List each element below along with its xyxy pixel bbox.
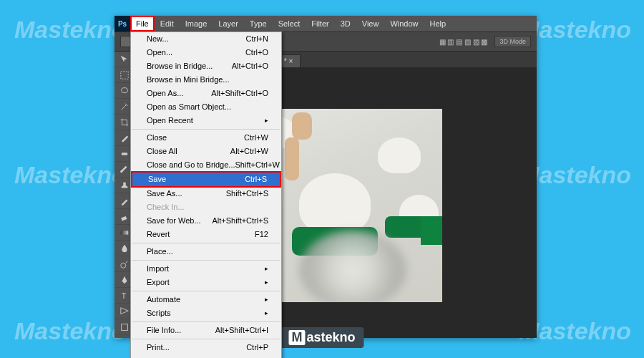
menu-item-close-and-go-to-bridge[interactable]: Close and Go to Bridge...Shift+Ctrl+W (131, 158, 281, 172)
menu-item-revert[interactable]: RevertF12 (131, 228, 281, 241)
menu-filter[interactable]: Filter (306, 16, 334, 32)
menu-item-save-as[interactable]: Save As...Shift+Ctrl+S (131, 187, 281, 200)
menu-image[interactable]: Image (180, 16, 213, 32)
menu-item-save[interactable]: SaveCtrl+S (132, 173, 280, 186)
menu-help[interactable]: Help (424, 16, 452, 32)
menu-item-automate[interactable]: Automate (131, 293, 281, 306)
menu-edit[interactable]: Edit (155, 16, 180, 32)
ps-logo-icon: Ps (114, 16, 130, 32)
menu-item-save-for-web[interactable]: Save for Web...Alt+Shift+Ctrl+S (131, 214, 281, 228)
menu-item-close-all[interactable]: Close AllAlt+Ctrl+W (131, 145, 281, 158)
photoshop-window: Ps File Edit Image Layer Type Select Fil… (114, 16, 537, 338)
svg-rect-7 (122, 324, 128, 330)
align-icons[interactable]: ▦ ▥ ▤ ▧ ▨ ▩ (439, 38, 488, 46)
svg-rect-4 (121, 231, 129, 234)
svg-rect-2 (122, 153, 128, 155)
svg-rect-3 (121, 216, 127, 221)
watermark: Mastekno (14, 16, 127, 44)
menu-item-import[interactable]: Import (131, 262, 281, 276)
menu-type[interactable]: Type (244, 16, 273, 32)
menu-item-open-as[interactable]: Open As...Alt+Shift+Ctrl+O (131, 87, 281, 100)
menu-item-print-one-copy[interactable]: Print One CopyAlt+Shift+Ctrl+P (131, 354, 281, 358)
watermark: Mastekno (14, 161, 127, 189)
menu-window[interactable]: Window (384, 16, 424, 32)
menu-item-browse-in-mini-bridge[interactable]: Browse in Mini Bridge... (131, 73, 281, 87)
menu-bar: Ps File Edit Image Layer Type Select Fil… (114, 16, 537, 32)
file-menu-dropdown: New...Ctrl+NOpen...Ctrl+OBrowse in Bridg… (130, 32, 282, 358)
menu-item-file-info[interactable]: File Info...Alt+Shift+Ctrl+I (131, 324, 281, 337)
svg-rect-0 (121, 71, 129, 79)
menu-item-open[interactable]: Open...Ctrl+O (131, 46, 281, 59)
brand-rest: astekno (306, 330, 355, 345)
brand-prefix: M (288, 330, 305, 345)
menu-file[interactable]: File (130, 16, 155, 32)
menu-item-close[interactable]: CloseCtrl+W (131, 131, 281, 145)
menu-3d[interactable]: 3D (335, 16, 356, 32)
menu-layer[interactable]: Layer (213, 16, 244, 32)
menu-view[interactable]: View (356, 16, 385, 32)
menu-item-new[interactable]: New...Ctrl+N (131, 32, 281, 46)
menu-select[interactable]: Select (273, 16, 306, 32)
menu-item-scripts[interactable]: Scripts (131, 306, 281, 320)
svg-text:T: T (122, 291, 127, 299)
menu-item-print[interactable]: Print...Ctrl+P (131, 341, 281, 354)
menu-item-export[interactable]: Export (131, 276, 281, 289)
menu-item-open-recent[interactable]: Open Recent (131, 114, 281, 127)
close-icon[interactable]: × (288, 57, 293, 65)
brand-badge: Mastekno (280, 327, 364, 348)
svg-point-5 (121, 263, 126, 268)
watermark: Mastekno (14, 317, 127, 345)
menu-item-check-in: Check In... (131, 200, 281, 214)
menu-item-open-as-smart-object[interactable]: Open as Smart Object... (131, 100, 281, 114)
menu-item-place[interactable]: Place... (131, 245, 281, 258)
mode-3d-button[interactable]: 3D Mode (494, 36, 531, 47)
svg-point-1 (122, 87, 128, 92)
menu-item-browse-in-bridge[interactable]: Browse in Bridge...Alt+Ctrl+O (131, 59, 281, 73)
